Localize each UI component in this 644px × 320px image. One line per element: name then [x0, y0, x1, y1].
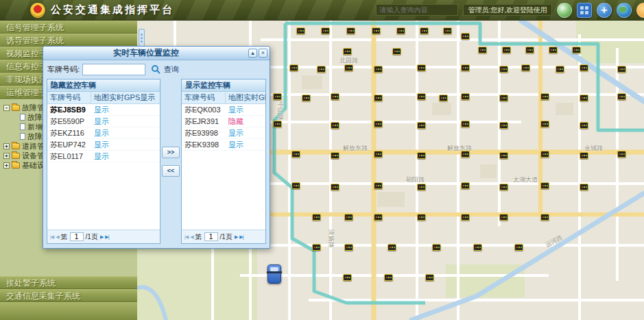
traffic-light-icon[interactable] [374, 151, 383, 158]
earth-icon[interactable] [617, 3, 632, 18]
traffic-light-icon[interactable] [521, 64, 530, 71]
traffic-light-icon[interactable] [374, 66, 383, 73]
vehicle-row[interactable]: 苏E93998 显示 [182, 127, 265, 139]
traffic-light-icon[interactable] [549, 47, 558, 53]
vehicle-row[interactable]: 苏EJR391 隐藏 [182, 116, 265, 127]
traffic-light-icon[interactable] [417, 152, 426, 159]
toggle-display-link[interactable]: 显示 [91, 116, 109, 127]
traffic-light-icon[interactable] [540, 182, 549, 189]
traffic-light-icon[interactable] [387, 244, 396, 251]
traffic-light-icon[interactable] [617, 151, 626, 158]
query-button[interactable]: 查询 [164, 64, 179, 75]
traffic-light-icon[interactable] [273, 121, 282, 127]
traffic-light-icon[interactable] [439, 95, 448, 101]
dialog-titlebar[interactable]: 实时车辆位置监控 ▴ × [43, 47, 270, 60]
traffic-light-icon[interactable] [291, 151, 300, 158]
traffic-light-icon[interactable] [461, 214, 470, 221]
traffic-light-icon[interactable] [499, 66, 508, 73]
next-page-button[interactable]: ▶ [235, 234, 237, 240]
traffic-light-icon[interactable] [296, 27, 305, 34]
toggle-display-link[interactable]: 显示 [91, 128, 109, 138]
traffic-light-icon[interactable] [502, 47, 511, 53]
traffic-light-icon[interactable] [525, 47, 534, 53]
sidebar-menu-item[interactable]: 接处警子系统 [0, 276, 137, 289]
traffic-light-icon[interactable] [540, 93, 549, 100]
close-button[interactable]: × [259, 49, 267, 58]
traffic-light-icon[interactable] [396, 27, 405, 34]
traffic-light-icon[interactable] [461, 64, 470, 71]
search-icon[interactable] [151, 64, 161, 75]
traffic-light-icon[interactable] [572, 47, 581, 53]
traffic-light-icon[interactable] [540, 214, 549, 221]
traffic-light-icon[interactable] [417, 64, 426, 71]
traffic-light-icon[interactable] [312, 214, 321, 221]
apps-grid-icon[interactable] [577, 3, 592, 18]
traffic-light-icon[interactable] [312, 244, 321, 251]
traffic-light-icon[interactable] [461, 182, 470, 189]
traffic-light-icon[interactable] [344, 64, 353, 71]
toggle-display-link[interactable]: 显示 [91, 140, 109, 150]
traffic-light-icon[interactable] [478, 47, 487, 53]
traffic-light-icon[interactable] [346, 27, 355, 34]
traffic-light-icon[interactable] [374, 95, 383, 101]
traffic-light-icon[interactable] [580, 184, 588, 190]
traffic-light-icon[interactable] [289, 64, 298, 71]
traffic-light-icon[interactable] [461, 151, 470, 158]
globe-icon[interactable] [557, 3, 572, 18]
vehicle-row[interactable]: 苏EKZ116 显示 [47, 127, 160, 139]
traffic-light-icon[interactable] [291, 182, 300, 189]
vehicle-row[interactable]: 苏EJ8SB9 显示 [47, 104, 160, 116]
vehicle-row[interactable]: 苏EL0117 显示 [47, 151, 160, 162]
traffic-light-icon[interactable] [499, 184, 508, 190]
traffic-light-icon[interactable] [499, 152, 508, 159]
toggle-display-link[interactable]: 显示 [91, 151, 109, 162]
traffic-light-icon[interactable] [302, 95, 311, 101]
toggle-display-link[interactable]: 显示 [226, 140, 243, 150]
traffic-light-icon[interactable] [417, 122, 426, 129]
traffic-light-icon[interactable] [420, 27, 429, 34]
traffic-light-icon[interactable] [384, 274, 393, 281]
toggle-display-link[interactable]: 显示 [226, 128, 243, 138]
vehicle-row[interactable]: 苏EQK003 显示 [182, 104, 265, 116]
last-page-button[interactable]: ▶| [105, 234, 108, 240]
traffic-light-icon[interactable] [317, 66, 326, 73]
traffic-light-icon[interactable] [432, 244, 441, 251]
vehicle-row[interactable]: 苏EUP742 显示 [47, 139, 160, 151]
sidebar-menu-item[interactable]: 交通信息采集子系统 [0, 289, 137, 302]
traffic-light-icon[interactable] [374, 121, 383, 127]
traffic-light-icon[interactable] [372, 27, 381, 34]
toggle-display-link[interactable]: 显示 [226, 105, 243, 115]
traffic-light-icon[interactable] [331, 122, 339, 129]
page-input[interactable] [204, 232, 218, 241]
traffic-light-icon[interactable] [580, 122, 588, 129]
traffic-light-icon[interactable] [499, 214, 508, 221]
traffic-light-icon[interactable] [417, 214, 426, 221]
traffic-light-icon[interactable] [344, 214, 353, 221]
traffic-light-icon[interactable] [344, 244, 353, 251]
prev-page-button[interactable]: ◀ [190, 234, 193, 240]
traffic-light-icon[interactable] [392, 48, 401, 55]
traffic-light-icon[interactable] [540, 151, 549, 158]
tree-toggle-icon[interactable] [3, 162, 10, 169]
traffic-light-icon[interactable] [580, 64, 588, 71]
prev-page-button[interactable]: ◀ [56, 234, 58, 240]
traffic-light-icon[interactable] [556, 66, 564, 73]
tools-icon[interactable] [636, 3, 644, 18]
next-page-button[interactable]: ▶ [100, 234, 103, 240]
sidebar-menu-item[interactable]: 信号管理子系统 [0, 21, 137, 34]
plate-input[interactable] [82, 64, 145, 75]
last-page-button[interactable]: ▶| [239, 234, 243, 240]
vehicle-row[interactable]: 苏E5590P 显示 [47, 116, 160, 127]
vehicle-marker-icon[interactable] [267, 264, 281, 284]
traffic-light-icon[interactable] [580, 152, 588, 159]
traffic-light-icon[interactable] [343, 274, 352, 281]
traffic-light-icon[interactable] [374, 214, 383, 221]
collapse-button[interactable]: ▴ [248, 49, 257, 58]
tree-toggle-icon[interactable] [3, 153, 10, 159]
first-page-button[interactable]: |◀ [50, 234, 53, 240]
traffic-light-icon[interactable] [473, 244, 482, 251]
traffic-light-icon[interactable] [417, 93, 426, 100]
move-right-button[interactable]: >> [162, 147, 180, 158]
traffic-light-icon[interactable] [461, 33, 470, 40]
traffic-light-icon[interactable] [331, 152, 339, 159]
